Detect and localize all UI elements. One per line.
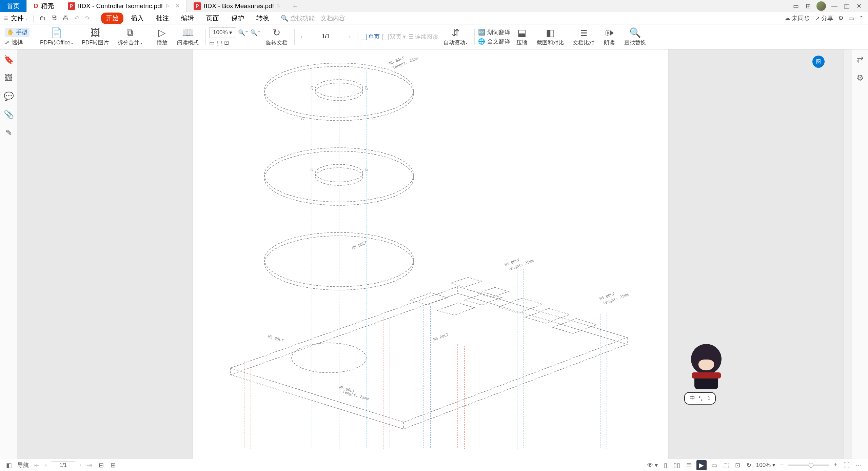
menu-convert[interactable]: 转换 bbox=[252, 13, 274, 24]
find-replace-button[interactable]: 🔍查找替换 bbox=[621, 27, 649, 46]
collapse-icon[interactable]: ⌃ bbox=[859, 15, 864, 22]
menu-start[interactable]: 开始 bbox=[101, 13, 123, 24]
bookmark-icon[interactable]: 🔖 bbox=[4, 55, 14, 64]
split-merge-button[interactable]: ⧉拆分合并 bbox=[114, 27, 145, 46]
document-viewport[interactable]: M5 BOLT lenght: 25mm M5 BOLT bbox=[18, 49, 844, 459]
auto-scroll-button[interactable]: ⇵自动滚动 bbox=[440, 27, 471, 46]
ai-tools-icon[interactable]: ⇄ bbox=[857, 55, 864, 64]
window-close-icon[interactable]: ✕ bbox=[855, 2, 863, 10]
continuous-mode[interactable]: ☰ 连续阅读 bbox=[409, 33, 438, 41]
rotate-icon[interactable]: ↻ bbox=[745, 462, 753, 469]
thumbnail-icon[interactable]: 🖼 bbox=[5, 73, 13, 83]
next-page-icon[interactable]: › bbox=[78, 462, 83, 469]
save-icon[interactable]: 🖫 bbox=[50, 15, 59, 22]
new-tab-button[interactable]: + bbox=[288, 0, 302, 12]
play-mode-icon[interactable]: ▶ bbox=[696, 460, 707, 470]
avatar[interactable] bbox=[816, 1, 826, 11]
comment-icon[interactable]: 💬 bbox=[4, 91, 14, 101]
open-icon[interactable]: 🗀 bbox=[38, 15, 47, 22]
pin-icon[interactable]: ⚐ bbox=[165, 3, 170, 9]
grid-icon[interactable]: ⊞ bbox=[804, 2, 812, 10]
signature-icon[interactable]: ✎ bbox=[5, 128, 12, 138]
select-tool[interactable]: ⬀ 选择 bbox=[5, 38, 29, 46]
more-icon[interactable]: ⋯ bbox=[854, 462, 863, 469]
full-translate-button[interactable]: 🌐 全文翻译 bbox=[478, 38, 510, 45]
prev-page-icon[interactable]: ‹ bbox=[298, 33, 305, 40]
redo-icon[interactable]: ↷ bbox=[83, 15, 91, 22]
screenshot-compare-button[interactable]: ◧截图和对比 bbox=[533, 27, 567, 46]
undo-icon[interactable]: ↶ bbox=[73, 15, 81, 22]
pdf-to-office-button[interactable]: 📄PDF转Office bbox=[37, 27, 76, 46]
zoom-in-icon[interactable]: ⊞ bbox=[109, 462, 117, 469]
double-page-mode[interactable]: 双页 ▾ bbox=[382, 33, 406, 41]
actual-size-icon[interactable]: ⊡ bbox=[224, 39, 229, 46]
pdf-to-image-button[interactable]: 🖼PDF转图片 bbox=[78, 27, 112, 46]
attachment-icon[interactable]: 📎 bbox=[4, 110, 14, 119]
menu-page[interactable]: 页面 bbox=[201, 13, 224, 24]
nav-label[interactable]: 导航 bbox=[17, 461, 29, 469]
search-box[interactable]: 🔍 查找功能、文档内容 bbox=[281, 14, 345, 22]
tab-daoke[interactable]: D稻壳 bbox=[27, 0, 61, 12]
next-page-icon[interactable]: › bbox=[346, 33, 354, 40]
eye-icon[interactable]: 👁 ▾ bbox=[646, 462, 659, 469]
hand-tool[interactable]: ✋ 手型 bbox=[5, 28, 29, 37]
view-single-icon[interactable]: ▯ bbox=[663, 462, 669, 469]
first-page-icon[interactable]: ⇤ bbox=[33, 462, 41, 469]
menu-annotate[interactable]: 批注 bbox=[151, 13, 174, 24]
fullscreen-icon[interactable]: ⛶ bbox=[842, 462, 851, 469]
share-button[interactable]: ↗ 分享 bbox=[815, 14, 833, 22]
pin-icon[interactable]: ⚐ bbox=[277, 3, 281, 9]
theme-icon[interactable]: ▭ bbox=[848, 15, 854, 22]
fit-width-icon[interactable]: ▭ bbox=[209, 39, 215, 46]
onetoone-icon[interactable]: ⊡ bbox=[734, 462, 742, 469]
view-double-icon[interactable]: ▯▯ bbox=[672, 462, 682, 469]
compress-button[interactable]: ⬓压缩 bbox=[512, 27, 531, 46]
maximize-icon[interactable]: ◫ bbox=[843, 2, 850, 10]
last-page-icon[interactable]: ⇥ bbox=[85, 462, 93, 469]
sync-status[interactable]: ☁ 未同步 bbox=[784, 14, 810, 22]
menu-insert[interactable]: 插入 bbox=[126, 13, 149, 24]
prev-page-icon[interactable]: ‹ bbox=[43, 462, 48, 469]
zoom-plus-icon[interactable]: + bbox=[832, 462, 839, 469]
fit-icon[interactable]: ▭ bbox=[710, 462, 718, 469]
settings-icon[interactable]: ⚙ bbox=[838, 15, 844, 22]
zoom-value[interactable]: 100% ▾ bbox=[756, 462, 775, 469]
tab-home[interactable]: 首页 bbox=[0, 0, 27, 12]
page-indicator[interactable]: 1/1 bbox=[51, 461, 75, 469]
menu-edit[interactable]: 编辑 bbox=[176, 13, 199, 24]
hamburger-icon[interactable]: ≡ bbox=[4, 14, 8, 22]
zoom-slider[interactable] bbox=[788, 465, 829, 466]
zoom-minus-icon[interactable]: − bbox=[779, 462, 785, 469]
zoom-in-icon[interactable]: 🔍⁺ bbox=[250, 29, 260, 36]
mascot-widget[interactable]: 中 °, ☽ bbox=[684, 344, 728, 405]
zoom-out-icon[interactable]: ⊟ bbox=[97, 462, 105, 469]
play-button[interactable]: ▷播放 bbox=[153, 27, 172, 46]
tab-active-pdf[interactable]: P IIDX - Controller Isometric.pdf ⚐ ✕ bbox=[61, 0, 187, 12]
zoom-out-icon[interactable]: 🔍⁻ bbox=[238, 29, 248, 36]
ime-indicator[interactable]: 中 °, ☽ bbox=[684, 392, 716, 405]
read-aloud-button[interactable]: 🕪朗读 bbox=[600, 27, 619, 46]
text-compare-button[interactable]: ≣文档比对 bbox=[569, 27, 598, 46]
menu-protect[interactable]: 保护 bbox=[226, 13, 249, 24]
tab-other-pdf[interactable]: P IIDX - Box Measures.pdf ⚐ bbox=[187, 0, 288, 12]
close-icon[interactable]: ✕ bbox=[175, 3, 180, 9]
print-icon[interactable]: 🖶 bbox=[61, 15, 70, 22]
vertical-scrollbar[interactable] bbox=[844, 49, 852, 459]
single-page-mode[interactable]: 单页 bbox=[361, 33, 380, 41]
nav-panel-icon[interactable]: ◧ bbox=[5, 462, 13, 469]
svg-text:M5 BOLT: M5 BOLT bbox=[433, 332, 449, 342]
page-field[interactable] bbox=[309, 33, 343, 40]
settings-panel-icon[interactable]: ⚙ bbox=[856, 73, 864, 83]
reading-mode-button[interactable]: 📖阅读模式 bbox=[174, 27, 202, 46]
fit-page-icon[interactable]: ⬚ bbox=[217, 39, 222, 46]
crop-icon[interactable]: ⬚ bbox=[722, 462, 730, 469]
zoom-combo[interactable]: 100% ▾ bbox=[209, 27, 236, 38]
rotate-button[interactable]: ↻旋转文档 bbox=[262, 27, 291, 46]
view-continuous-icon[interactable]: ☰ bbox=[685, 462, 693, 469]
search-placeholder: 查找功能、文档内容 bbox=[290, 14, 345, 22]
minimize-icon[interactable]: — bbox=[831, 2, 838, 10]
word-translate-button[interactable]: 🔤 划词翻译 bbox=[478, 28, 510, 36]
calendar-icon[interactable]: ▭ bbox=[792, 2, 800, 10]
assistant-badge[interactable]: 图 bbox=[812, 56, 825, 68]
file-menu[interactable]: 文件 bbox=[11, 14, 28, 23]
